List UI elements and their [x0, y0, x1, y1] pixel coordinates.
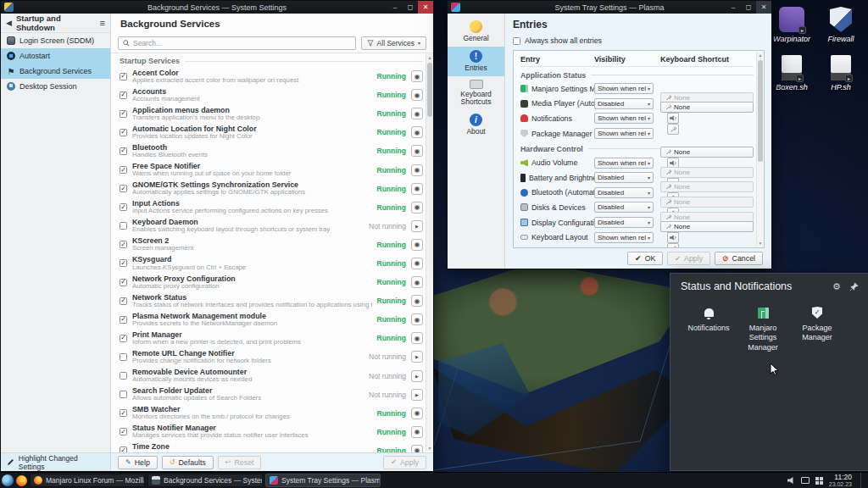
tray-titlebar[interactable]: System Tray Settings — Plasma – ◻ ✕: [448, 1, 771, 14]
tray-popup-item[interactable]: ✓ Package Manager: [791, 306, 843, 343]
ok-button[interactable]: ✔OK: [627, 252, 663, 265]
scrollbar-thumb[interactable]: [758, 60, 763, 162]
close-button[interactable]: ✕: [756, 1, 771, 14]
shortcut-button[interactable]: None: [660, 181, 754, 192]
service-toggle-button[interactable]: [411, 239, 423, 251]
visibility-dropdown[interactable]: Shown when relevant ▾: [594, 232, 654, 243]
sidebar-item[interactable]: Desktop Session: [1, 79, 110, 94]
service-toggle-button[interactable]: [411, 295, 423, 307]
service-toggle-button[interactable]: [411, 89, 423, 101]
service-toggle-button[interactable]: [411, 408, 423, 419]
service-checkbox[interactable]: ✓: [120, 241, 127, 248]
service-checkbox[interactable]: ✓: [120, 92, 127, 99]
shortcut-button[interactable]: None: [660, 102, 754, 113]
help-button[interactable]: ✎Help: [118, 456, 158, 469]
shortcut-button[interactable]: None: [660, 197, 754, 208]
apply-button[interactable]: ✔Apply: [667, 252, 710, 265]
taskbar-task[interactable]: Manjaro Linux Forum — Mozilla Fi...: [30, 474, 145, 487]
desktop-icon[interactable]: ▸ Boxen.sh: [770, 55, 814, 92]
service-toggle-button[interactable]: [411, 220, 423, 232]
tray-popup-item[interactable]: Manjaro Settings Manager: [737, 306, 789, 352]
visibility-dropdown[interactable]: Shown when relevant ▾: [594, 128, 654, 139]
service-checkbox[interactable]: ✓: [120, 110, 127, 118]
desktop-icon[interactable]: ▸ Firewall: [819, 7, 863, 43]
scrollbar-thumb[interactable]: [427, 63, 432, 117]
reset-button[interactable]: ↩Reset: [218, 456, 262, 469]
service-toggle-button[interactable]: [411, 70, 423, 82]
service-toggle-button[interactable]: [411, 258, 423, 269]
services-scrollbar[interactable]: ▲ ▼: [426, 54, 432, 452]
highlight-changed-settings[interactable]: Highlight Changed Settings: [1, 453, 111, 471]
service-checkbox[interactable]: [120, 353, 127, 361]
virtual-desktop-grid-icon[interactable]: [815, 477, 823, 485]
configure-icon-button[interactable]: [667, 243, 679, 248]
volume-icon[interactable]: [787, 477, 795, 484]
service-checkbox[interactable]: ✓: [120, 147, 127, 155]
service-toggle-button[interactable]: [411, 108, 423, 119]
show-all-entries-checkbox[interactable]: [513, 37, 520, 45]
digital-clock[interactable]: 11:20 23.02.23: [829, 474, 852, 487]
service-checkbox[interactable]: ✓: [120, 166, 127, 174]
tray-sidebar-item[interactable]: Keyboard Shortcuts: [448, 76, 504, 111]
taskbar-task[interactable]: Background Services — System S...: [147, 474, 263, 487]
service-toggle-button[interactable]: [411, 389, 423, 401]
desktop-icon[interactable]: ▸ Warpinator: [770, 7, 814, 43]
service-toggle-button[interactable]: [411, 202, 423, 214]
service-toggle-button[interactable]: [411, 183, 423, 195]
visibility-dropdown[interactable]: Shown when relevant ▾: [594, 113, 654, 124]
visibility-dropdown[interactable]: Disabled ▾: [594, 187, 654, 198]
scroll-down-icon[interactable]: ▼: [757, 240, 764, 247]
defaults-button[interactable]: ↺Defaults: [162, 456, 214, 469]
sidebar-item[interactable]: Autostart: [1, 48, 110, 64]
cancel-button[interactable]: ⊘Cancel: [715, 252, 763, 265]
service-checkbox[interactable]: [120, 391, 127, 398]
display-tray-icon[interactable]: [801, 477, 810, 484]
service-checkbox[interactable]: ✓: [120, 428, 127, 435]
show-desktop-button[interactable]: [860, 473, 865, 488]
configure-icon-button[interactable]: [667, 124, 679, 135]
service-checkbox[interactable]: ✓: [120, 203, 127, 211]
tray-popup-item[interactable]: Notifications: [682, 306, 735, 333]
back-arrow-icon[interactable]: ◀: [6, 19, 12, 27]
scroll-down-icon[interactable]: ▼: [426, 445, 433, 452]
visibility-dropdown[interactable]: Shown when relevant ▾: [594, 158, 654, 169]
scroll-up-icon[interactable]: ▲: [757, 52, 764, 58]
close-button[interactable]: ✕: [418, 1, 433, 14]
hamburger-menu-icon[interactable]: ≡: [100, 18, 105, 28]
pin-icon[interactable]: [848, 280, 860, 292]
maximize-button[interactable]: ◻: [403, 1, 418, 14]
entries-scrollbar[interactable]: ▲ ▼: [756, 52, 763, 247]
service-toggle-button[interactable]: [411, 351, 423, 363]
maximize-button[interactable]: ◻: [741, 1, 756, 14]
service-toggle-button[interactable]: [411, 276, 423, 288]
scroll-up-icon[interactable]: ▲: [426, 54, 433, 61]
desktop-icon[interactable]: ▸ HP.sh: [819, 55, 863, 92]
speaker-icon-button[interactable]: [667, 232, 679, 243]
service-checkbox[interactable]: ✓: [120, 185, 127, 192]
service-toggle-button[interactable]: [411, 126, 423, 138]
application-launcher-icon[interactable]: [2, 474, 14, 486]
service-toggle-button[interactable]: [411, 426, 423, 438]
sidebar-item[interactable]: ⚑ Background Services: [1, 64, 110, 79]
firefox-launcher-icon[interactable]: [16, 475, 27, 486]
service-checkbox[interactable]: ✓: [120, 259, 127, 267]
shortcut-button[interactable]: None: [660, 147, 754, 158]
configure-gear-icon[interactable]: ⚙: [831, 280, 843, 292]
service-checkbox[interactable]: [120, 222, 127, 230]
service-toggle-button[interactable]: [411, 164, 423, 176]
service-checkbox[interactable]: ✓: [120, 446, 127, 452]
service-checkbox[interactable]: ✓: [120, 409, 127, 417]
tray-sidebar-item[interactable]: General: [448, 17, 504, 47]
visibility-dropdown[interactable]: Disabled ▾: [594, 172, 654, 183]
service-checkbox[interactable]: [120, 372, 127, 380]
shortcut-button[interactable]: None: [660, 167, 754, 178]
service-toggle-button[interactable]: [411, 332, 423, 344]
settings-titlebar[interactable]: Background Services — System Settings – …: [1, 1, 433, 14]
service-checkbox[interactable]: ✓: [120, 316, 127, 324]
tray-sidebar-item[interactable]: ! Entries: [448, 47, 504, 76]
service-checkbox[interactable]: ✓: [120, 279, 127, 286]
shortcut-button[interactable]: None: [660, 221, 754, 232]
service-filter-dropdown[interactable]: All Services ▾: [361, 36, 426, 50]
service-toggle-button[interactable]: [411, 370, 423, 382]
service-checkbox[interactable]: ✓: [120, 297, 127, 305]
